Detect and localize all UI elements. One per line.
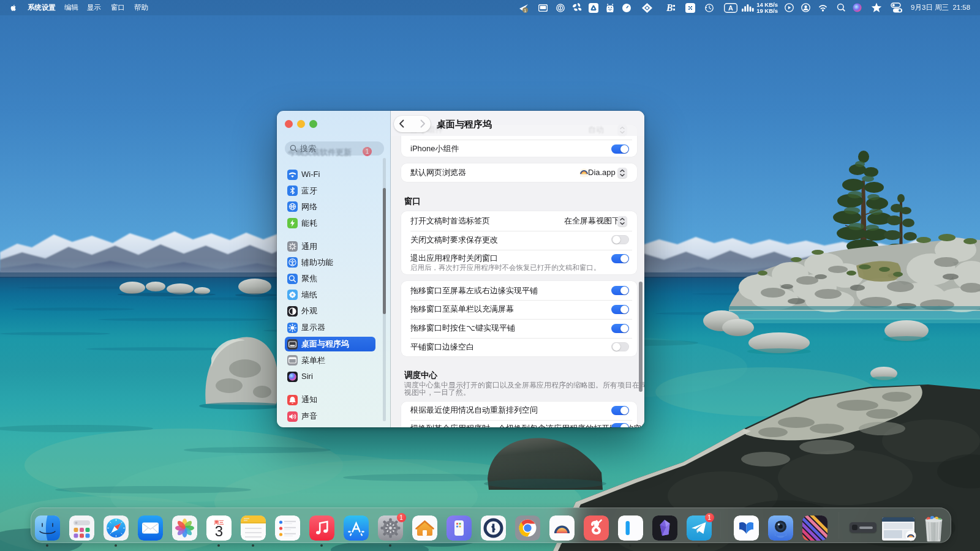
- svg-text:1: 1: [524, 9, 527, 13]
- svg-text:3: 3: [214, 523, 222, 539]
- svg-text:A: A: [728, 4, 733, 12]
- svg-text:B: B: [666, 2, 673, 13]
